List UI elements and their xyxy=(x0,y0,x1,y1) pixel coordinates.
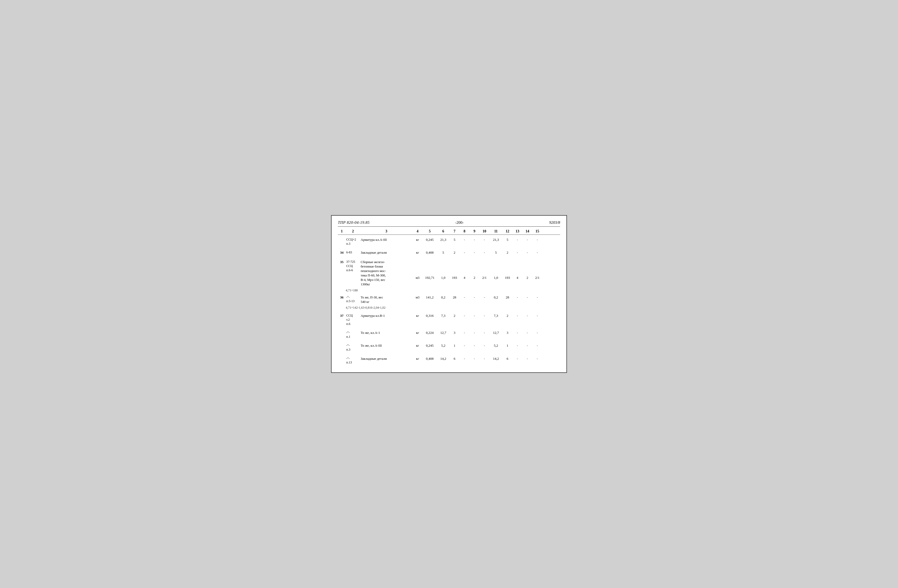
cell-num: 35 xyxy=(338,260,346,264)
cell-col8: 4 xyxy=(460,260,469,280)
cell-col13: - xyxy=(512,295,523,299)
col-2: 2 xyxy=(346,229,360,233)
cell-num: 36 xyxy=(338,295,346,299)
col-13: 13 xyxy=(512,229,523,233)
cell-col13: - xyxy=(512,357,523,361)
cell-col8: - xyxy=(460,250,469,255)
cell-col6: 7,3 xyxy=(437,314,449,318)
cell-col11: 14,2 xyxy=(489,357,503,361)
cell-col10: - xyxy=(480,250,489,255)
col-12: 12 xyxy=(503,229,512,233)
table-row: -"-п.3 То же, кл.А-III кг 0,245 5,2 1 - … xyxy=(338,342,560,353)
cell-col15: - xyxy=(532,314,542,318)
cell-col13: 4 xyxy=(512,260,523,280)
cell-desc: То же, П-30, вес540 кг xyxy=(360,295,412,304)
cell-col10: - xyxy=(480,344,489,348)
cell-col12: 6 xyxy=(503,357,512,361)
cell-col7: 1 xyxy=(449,344,460,348)
cell-col5: 0,224 xyxy=(423,331,437,335)
table-row: -"-п.1 То же, кл.А-1 кг 0,224 12,7 3 - -… xyxy=(338,329,560,340)
col-9: 9 xyxy=(469,229,480,233)
cell-col14: - xyxy=(523,250,532,255)
col-11: 11 xyxy=(489,229,503,233)
table-row: 34 6-83 Закладные детали кг 0,408 5 2 - … xyxy=(338,249,560,256)
cell-ref: -"-п.1 xyxy=(346,331,360,339)
cell-col10: - xyxy=(480,295,489,299)
cell-col11: 5,2 xyxy=(489,344,503,348)
formula-row-36: 4,71+142-1,63-0,816-2,04-1,02 xyxy=(338,306,560,310)
cell-col7: 6 xyxy=(449,357,460,361)
cell-col6: 5,2 xyxy=(437,344,449,348)
formula-text-35: 4,71+188 xyxy=(346,289,560,292)
cell-unit: кг xyxy=(412,331,423,335)
cell-col9: - xyxy=(469,331,480,335)
cell-ref: -"-п.13 xyxy=(346,357,360,365)
cell-col6: 5 xyxy=(437,250,449,255)
cell-col12: 28 xyxy=(503,295,512,299)
cell-col15: - xyxy=(532,331,542,335)
cell-unit: м3 xyxy=(412,260,423,280)
cell-col11: 5 xyxy=(489,250,503,255)
cell-desc: Арматура кл.А-III xyxy=(360,238,412,242)
cell-col15: - xyxy=(532,238,542,242)
table-body: ССЦ+2п.3 Арматура кл.А-III кг 0,245 21,3… xyxy=(338,236,560,366)
cell-col8: - xyxy=(460,344,469,348)
col-15: 15 xyxy=(532,229,542,233)
cell-unit: кг xyxy=(412,238,423,242)
cell-col6: 21,3 xyxy=(437,238,449,242)
cell-col8: - xyxy=(460,331,469,335)
cell-col14: - xyxy=(523,331,532,335)
cell-col5: 0,245 xyxy=(423,238,437,242)
cell-unit: кг xyxy=(412,250,423,255)
table-row: 35 37-725ССЦп.6-6 Сборные железо-бетонны… xyxy=(338,259,560,288)
cell-col15: - xyxy=(532,357,542,361)
col-6: 6 xyxy=(437,229,449,233)
cell-col14: - xyxy=(523,314,532,318)
cell-col11: 21,3 xyxy=(489,238,503,242)
cell-desc: То же, кл.А-III xyxy=(360,344,412,348)
col-1: 1 xyxy=(338,229,346,233)
cell-col12: 5 xyxy=(503,238,512,242)
col-5: 5 xyxy=(423,229,437,233)
cell-col9: - xyxy=(469,357,480,361)
cell-col7: 193 xyxy=(449,260,460,280)
cell-desc: Закладные детали xyxy=(360,250,412,255)
cell-col8: - xyxy=(460,238,469,242)
cell-col9: - xyxy=(469,344,480,348)
cell-ref: ССЦ+2п.3 xyxy=(346,238,360,246)
cell-col11: 7,3 xyxy=(489,314,503,318)
header-left: ТПР 820-04-19.85 xyxy=(338,220,370,225)
cell-col7: 3 xyxy=(449,331,460,335)
cell-col6: 1,0 xyxy=(437,260,449,280)
cell-col13: - xyxy=(512,250,523,255)
cell-col12: 2 xyxy=(503,250,512,255)
table-row: -"-п.13 Закладные детали кг 0,408 14,2 6… xyxy=(338,355,560,366)
cell-col13: - xyxy=(512,238,523,242)
cell-col8: - xyxy=(460,295,469,299)
cell-col13: - xyxy=(512,331,523,335)
cell-col15: - xyxy=(532,295,542,299)
cell-num: 34 xyxy=(338,250,346,255)
cell-num: 37 xyxy=(338,314,346,318)
page: ТПР 820-04-19.85 -200- 9203/8 1 2 3 4 5 … xyxy=(331,215,567,373)
cell-col13: - xyxy=(512,314,523,318)
cell-col11: 1,0 xyxy=(489,260,503,280)
cell-col9: - xyxy=(469,295,480,299)
cell-col5: 0,316 xyxy=(423,314,437,318)
cell-ref: 37-725ССЦп.6-6 xyxy=(346,260,360,272)
table-row: 36 -"-п.5-13 То же, П-30, вес540 кг м3 1… xyxy=(338,294,560,306)
cell-col15: 2/1 xyxy=(532,260,542,280)
header: ТПР 820-04-19.85 -200- 9203/8 xyxy=(338,220,560,227)
cell-col10: - xyxy=(480,357,489,361)
table-row: 37 ССЦт.2п.6 Арматура кл.В-1 кг 0,316 7,… xyxy=(338,312,560,327)
cell-ref: ССЦт.2п.6 xyxy=(346,314,360,326)
cell-unit: кг xyxy=(412,357,423,361)
cell-col12: 2 xyxy=(503,314,512,318)
cell-unit: кг xyxy=(412,314,423,318)
col-3: 3 xyxy=(360,229,412,233)
formula-row-35: 4,71+188 xyxy=(338,289,560,292)
cell-col15: - xyxy=(532,250,542,255)
cell-col10: - xyxy=(480,238,489,242)
cell-col10: - xyxy=(480,314,489,318)
col-4: 4 xyxy=(412,229,423,233)
